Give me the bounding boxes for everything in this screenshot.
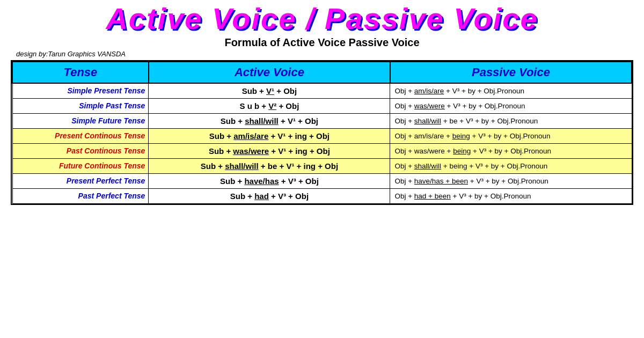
formula-table: Tense Active Voice Passive Voice Simple … [12,61,632,204]
active-formula-cell: Sub + had + V³ + Obj [149,188,390,203]
tense-cell: Present Continous Tense [12,128,149,143]
active-formula-cell: Sub + shall/will + be + V¹ + ing + Obj [149,158,390,173]
table-row: Present Perfect TenseSub + have/has + V³… [12,173,632,188]
table-header-row: Tense Active Voice Passive Voice [12,62,632,83]
tense-cell: Present Perfect Tense [12,173,149,188]
passive-formula-cell: Obj + am/is/are + V³ + by + Obj.Pronoun [390,83,632,99]
active-formula-cell: Sub + have/has + V³ + Obj [149,173,390,188]
table-row: Present Continous TenseSub + am/is/are +… [12,128,632,143]
passive-formula-cell: Obj + had + been + V³ + by + Obj.Pronoun [390,188,632,203]
design-credit: design by:Tarun Graphics VANSDA [16,50,126,58]
passive-formula-cell: Obj + have/has + been + V³ + by + Obj.Pr… [390,173,632,188]
passive-formula-cell: Obj + shall/will + be + V³ + by + Obj.Pr… [390,113,632,128]
subtitle: Formula of Active Voice Passive Voice [224,36,419,49]
col-header-active: Active Voice [149,62,390,83]
tense-cell: Past Continous Tense [12,143,149,158]
passive-formula-cell: Obj + was/were + V³ + by + Obj.Pronoun [390,98,632,113]
formula-table-container: Tense Active Voice Passive Voice Simple … [11,60,633,205]
active-formula-cell: Sub + V¹ + Obj [149,83,390,99]
tense-cell: Future Continous Tense [12,158,149,173]
table-row: Simple Past TenseS u b + V² + ObjObj + w… [12,98,632,113]
active-formula-cell: Sub + am/is/are + V¹ + ing + Obj [149,128,390,143]
main-title: Active Voice / Passive Voice [106,2,538,35]
tense-cell: Simple Past Tense [12,98,149,113]
active-formula-cell: S u b + V² + Obj [149,98,390,113]
passive-formula-cell: Obj + shall/will + being + V³ + by + Obj… [390,158,632,173]
tense-cell: Past Perfect Tense [12,188,149,203]
table-row: Past Continous TenseSub + was/were + V¹ … [12,143,632,158]
table-row: Simple Future TenseSub + shall/will + V¹… [12,113,632,128]
table-row: Simple Present TenseSub + V¹ + ObjObj + … [12,83,632,99]
col-header-passive: Passive Voice [390,62,632,83]
active-formula-cell: Sub + shall/will + V¹ + Obj [149,113,390,128]
table-row: Future Continous TenseSub + shall/will +… [12,158,632,173]
page-wrapper: Active Voice / Passive Voice Formula of … [0,0,644,338]
tense-cell: Simple Future Tense [12,113,149,128]
passive-formula-cell: Obj + am/is/are + being + V³ + by + Obj.… [390,128,632,143]
tense-cell: Simple Present Tense [12,83,149,99]
col-header-tense: Tense [12,62,149,83]
table-row: Past Perfect TenseSub + had + V³ + ObjOb… [12,188,632,203]
passive-formula-cell: Obj + was/were + being + V³ + by + Obj.P… [390,143,632,158]
active-formula-cell: Sub + was/were + V¹ + ing + Obj [149,143,390,158]
